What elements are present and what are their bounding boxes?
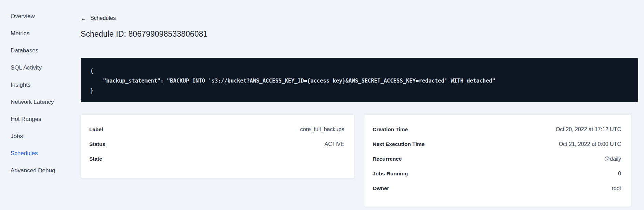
sidebar-item-schedules[interactable]: Schedules — [11, 145, 81, 162]
detail-row-next-execution-time: Next Execution Time Oct 21, 2022 at 0:00… — [373, 137, 621, 152]
page-title: Schedule ID: 806799098533806081 — [81, 29, 638, 39]
summary-cards-row: Label core_full_backups Status ACTIVE St… — [81, 114, 638, 207]
back-arrow-icon: ← — [81, 15, 86, 21]
sidebar-item-overview[interactable]: Overview — [11, 8, 81, 25]
detail-row-recurrence: Recurrence @daily — [373, 152, 621, 166]
row-label: Recurrence — [373, 156, 402, 162]
row-label: Creation Time — [373, 126, 408, 133]
detail-row-jobs-running: Jobs Running 0 — [373, 166, 621, 181]
sidebar-item-jobs[interactable]: Jobs — [11, 128, 81, 145]
row-label: Label — [89, 126, 103, 133]
row-value: @daily — [604, 156, 621, 162]
detail-row-state: State — [89, 152, 344, 166]
row-label: Owner — [373, 185, 389, 192]
sidebar-nav: Overview Metrics Databases SQL Activity … — [0, 0, 81, 210]
main-content: ← Schedules Schedule ID: 806799098533806… — [81, 0, 644, 210]
detail-row-owner: Owner root — [373, 181, 621, 196]
detail-row-label: Label core_full_backups — [89, 122, 344, 137]
row-value: root — [612, 185, 621, 192]
row-value: ACTIVE — [324, 141, 344, 147]
code-line: } — [90, 86, 629, 96]
sidebar-item-advanced-debug[interactable]: Advanced Debug — [11, 162, 81, 179]
row-label: Next Execution Time — [373, 141, 425, 147]
row-value: Oct 20, 2022 at 17:12 UTC — [556, 126, 621, 133]
detail-row-status: Status ACTIVE — [89, 137, 344, 152]
sidebar-item-databases[interactable]: Databases — [11, 42, 81, 59]
back-link-label: Schedules — [90, 15, 116, 21]
row-value: Oct 21, 2022 at 0:00 UTC — [559, 141, 621, 147]
schedule-statement-code-block: { "backup_statement": "BACKUP INTO 's3:/… — [81, 58, 638, 102]
sidebar-item-insights[interactable]: Insights — [11, 76, 81, 94]
code-line: "backup_statement": "BACKUP INTO 's3://b… — [90, 76, 629, 86]
detail-row-creation-time: Creation Time Oct 20, 2022 at 17:12 UTC — [373, 122, 621, 137]
sidebar-item-sql-activity[interactable]: SQL Activity — [11, 59, 81, 76]
row-value: 0 — [618, 171, 621, 177]
row-label: State — [89, 156, 102, 162]
row-label: Status — [89, 141, 105, 147]
page: Overview Metrics Databases SQL Activity … — [0, 0, 644, 210]
sidebar-item-metrics[interactable]: Metrics — [11, 25, 81, 42]
row-value: core_full_backups — [300, 126, 344, 133]
row-label: Jobs Running — [373, 171, 408, 177]
code-line: { — [90, 66, 629, 76]
sidebar-item-network-latency[interactable]: Network Latency — [11, 94, 81, 111]
schedule-execution-card: Creation Time Oct 20, 2022 at 17:12 UTC … — [364, 114, 631, 207]
sidebar-item-hot-ranges[interactable]: Hot Ranges — [11, 111, 81, 128]
schedule-details-card: Label core_full_backups Status ACTIVE St… — [81, 114, 354, 178]
back-to-schedules-link[interactable]: ← Schedules — [81, 15, 116, 21]
